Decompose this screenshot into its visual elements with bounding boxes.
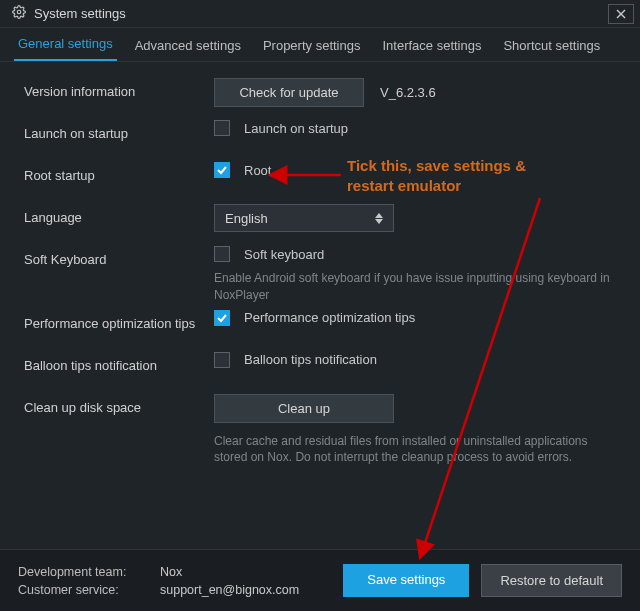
close-icon (616, 7, 626, 22)
tab-advanced[interactable]: Advanced settings (131, 30, 245, 61)
version-value: V_6.2.3.6 (380, 85, 436, 100)
tab-interface[interactable]: Interface settings (378, 30, 485, 61)
label-softkb: Soft Keyboard (24, 246, 214, 267)
label-launch: Launch on startup (24, 120, 214, 141)
dev-team-key: Development team: (18, 565, 150, 579)
tab-property[interactable]: Property settings (259, 30, 365, 61)
close-button[interactable] (608, 4, 634, 24)
gear-icon (12, 5, 26, 22)
row-cleanup: Clean up disk space Clean up Clear cache… (24, 394, 616, 467)
row-version: Version information Check for update V_6… (24, 78, 616, 120)
row-language: Language English (24, 204, 616, 246)
chevrons-icon (375, 213, 383, 224)
launch-checkbox-label: Launch on startup (244, 121, 348, 136)
softkb-checkbox[interactable] (214, 246, 230, 262)
balloon-checkbox-label: Balloon tips notification (244, 352, 377, 367)
titlebar: System settings (0, 0, 640, 28)
row-softkb: Soft Keyboard Soft keyboard Enable Andro… (24, 246, 616, 304)
tab-shortcut[interactable]: Shortcut settings (499, 30, 604, 61)
label-cleanup: Clean up disk space (24, 394, 214, 415)
label-balloon: Balloon tips notification (24, 352, 214, 373)
row-root: Root startup Root (24, 162, 616, 204)
softkb-checkbox-label: Soft keyboard (244, 247, 324, 262)
cs-key: Customer service: (18, 583, 150, 597)
row-balloon: Balloon tips notification Balloon tips n… (24, 352, 616, 394)
restore-default-button[interactable]: Restore to default (481, 564, 622, 597)
root-checkbox[interactable] (214, 162, 230, 178)
row-launch: Launch on startup Launch on startup (24, 120, 616, 162)
check-update-button[interactable]: Check for update (214, 78, 364, 107)
perf-checkbox[interactable] (214, 310, 230, 326)
label-language: Language (24, 204, 214, 225)
balloon-checkbox[interactable] (214, 352, 230, 368)
cleanup-button[interactable]: Clean up (214, 394, 394, 423)
tabs: General settings Advanced settings Prope… (0, 28, 640, 62)
cleanup-desc: Clear cache and residual files from inst… (214, 431, 614, 467)
label-perf: Performance optimization tips (24, 310, 214, 331)
content: Version information Check for update V_6… (0, 62, 640, 466)
language-select[interactable]: English (214, 204, 394, 232)
window-title: System settings (34, 6, 126, 21)
bottombar: Development team: Nox Customer service: … (0, 549, 640, 611)
dev-team-val: Nox (160, 565, 182, 579)
bottom-info: Development team: Nox Customer service: … (18, 565, 299, 597)
label-root: Root startup (24, 162, 214, 183)
launch-checkbox[interactable] (214, 120, 230, 136)
tab-general[interactable]: General settings (14, 28, 117, 61)
label-version: Version information (24, 78, 214, 99)
save-settings-button[interactable]: Save settings (343, 564, 469, 597)
svg-point-0 (17, 10, 21, 14)
cs-val: support_en@bignox.com (160, 583, 299, 597)
row-perf: Performance optimization tips Performanc… (24, 310, 616, 352)
language-select-value: English (225, 211, 268, 226)
root-checkbox-label: Root (244, 163, 271, 178)
perf-checkbox-label: Performance optimization tips (244, 310, 415, 325)
softkb-desc: Enable Android soft keyboard if you have… (214, 268, 616, 304)
